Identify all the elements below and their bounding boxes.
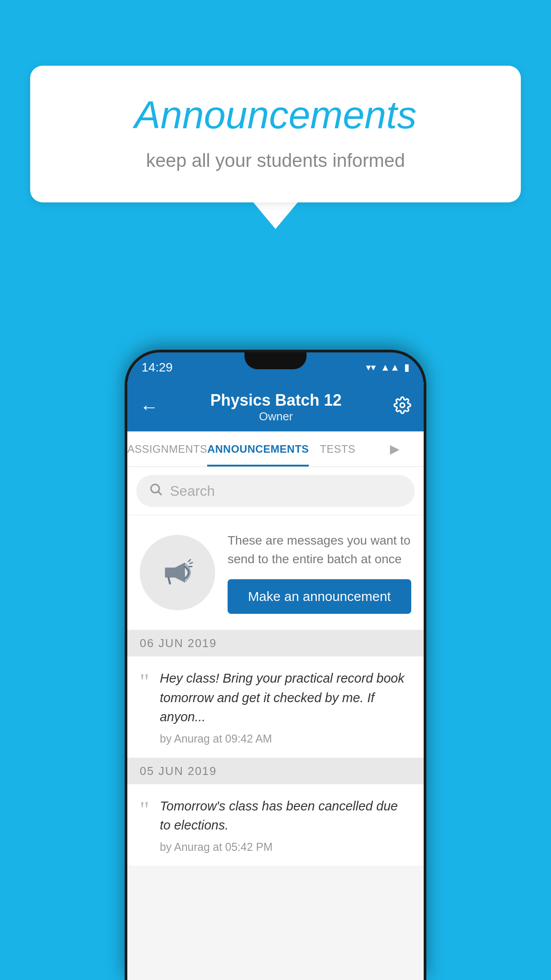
announcement-meta-1: by Anurag at 09:42 AM bbox=[160, 732, 411, 745]
app-bar-subtitle: Owner bbox=[158, 410, 394, 423]
svg-point-0 bbox=[400, 403, 405, 407]
status-bar: 14:29 ▾▾ ▲▲ ▮ bbox=[127, 352, 424, 383]
settings-button[interactable] bbox=[394, 396, 411, 418]
svg-line-5 bbox=[190, 563, 193, 564]
quote-icon-2: " bbox=[140, 798, 149, 822]
bubble-title: Announcements bbox=[66, 92, 485, 138]
bubble-arrow bbox=[253, 202, 298, 229]
promo-icon-circle bbox=[140, 535, 215, 610]
app-bar: ← Physics Batch 12 Owner bbox=[127, 383, 424, 431]
phone-frame: 14:29 ▾▾ ▲▲ ▮ ← Physics Batch 12 Owner bbox=[125, 350, 426, 980]
date-separator-1: 06 JUN 2019 bbox=[127, 630, 424, 656]
announcement-meta-2: by Anurag at 05:42 PM bbox=[160, 841, 411, 854]
speech-bubble-section: Announcements keep all your students inf… bbox=[30, 66, 521, 229]
promo-card: These are messages you want to send to t… bbox=[127, 515, 424, 630]
quote-icon-1: " bbox=[140, 671, 149, 694]
notch bbox=[244, 352, 307, 369]
status-time: 14:29 bbox=[142, 360, 173, 375]
tab-tests[interactable]: TESTS bbox=[309, 431, 366, 466]
announcement-text-1: Hey class! Bring your practical record b… bbox=[160, 669, 411, 727]
tab-assignments[interactable]: ASSIGNMENTS bbox=[127, 431, 207, 466]
announcement-text-2: Tomorrow's class has been cancelled due … bbox=[160, 797, 411, 835]
date-label-1: 06 JUN 2019 bbox=[140, 636, 217, 650]
app-bar-title-group: Physics Batch 12 Owner bbox=[158, 391, 394, 423]
make-announcement-button[interactable]: Make an announcement bbox=[228, 579, 411, 614]
back-button[interactable]: ← bbox=[140, 396, 158, 418]
phone-screen: ← Physics Batch 12 Owner ASSIGNMENTS bbox=[127, 383, 424, 980]
search-placeholder: Search bbox=[170, 483, 215, 499]
svg-point-1 bbox=[151, 484, 159, 493]
search-container: Search bbox=[127, 467, 424, 515]
status-icons: ▾▾ ▲▲ ▮ bbox=[366, 362, 409, 373]
app-bar-title: Physics Batch 12 bbox=[158, 391, 394, 410]
bubble-subtitle: keep all your students informed bbox=[66, 150, 485, 171]
svg-line-2 bbox=[158, 492, 161, 495]
search-bar[interactable]: Search bbox=[136, 475, 415, 507]
wifi-icon: ▾▾ bbox=[366, 362, 376, 373]
signal-icon: ▲▲ bbox=[380, 362, 400, 373]
promo-right: These are messages you want to send to t… bbox=[228, 531, 411, 614]
promo-description: These are messages you want to send to t… bbox=[228, 531, 411, 569]
search-icon bbox=[149, 482, 163, 500]
tab-bar: ASSIGNMENTS ANNOUNCEMENTS TESTS ▶ bbox=[127, 431, 424, 467]
phone-inner: 14:29 ▾▾ ▲▲ ▮ ← Physics Batch 12 Owner bbox=[127, 352, 424, 980]
announcement-item-1[interactable]: " Hey class! Bring your practical record… bbox=[127, 656, 424, 758]
announcement-content-1: Hey class! Bring your practical record b… bbox=[160, 669, 411, 745]
svg-line-3 bbox=[169, 577, 170, 584]
tab-announcements[interactable]: ANNOUNCEMENTS bbox=[207, 431, 309, 466]
battery-icon: ▮ bbox=[404, 362, 409, 373]
announcement-content-2: Tomorrow's class has been cancelled due … bbox=[160, 797, 411, 854]
announcement-item-2[interactable]: " Tomorrow's class has been cancelled du… bbox=[127, 784, 424, 866]
megaphone-icon bbox=[157, 553, 197, 593]
svg-line-4 bbox=[189, 560, 191, 562]
date-separator-2: 05 JUN 2019 bbox=[127, 758, 424, 784]
speech-bubble-card: Announcements keep all your students inf… bbox=[30, 66, 521, 202]
date-label-2: 05 JUN 2019 bbox=[140, 764, 217, 778]
tab-more[interactable]: ▶ bbox=[366, 431, 424, 466]
